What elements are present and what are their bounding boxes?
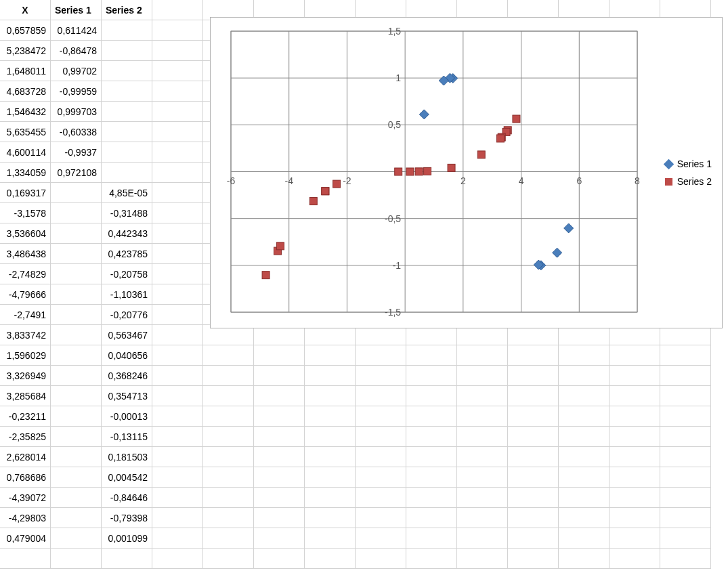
- table-cell[interactable]: [102, 142, 152, 163]
- table-cell[interactable]: 0,040656: [102, 345, 152, 366]
- table-cell[interactable]: [559, 447, 609, 467]
- table-cell[interactable]: -0,31488: [102, 203, 152, 223]
- table-cell[interactable]: [457, 427, 508, 447]
- table-cell[interactable]: [508, 427, 559, 447]
- table-cell[interactable]: [51, 467, 102, 488]
- table-cell[interactable]: -2,35825: [0, 427, 51, 447]
- table-cell[interactable]: 5,635455: [0, 122, 51, 142]
- table-cell[interactable]: 3,833742: [0, 325, 51, 345]
- table-cell[interactable]: [203, 447, 254, 467]
- table-cell[interactable]: 0,423785: [102, 244, 152, 264]
- table-cell[interactable]: 1,334059: [0, 163, 51, 183]
- table-cell[interactable]: [305, 549, 356, 569]
- table-cell[interactable]: [305, 467, 356, 488]
- table-cell[interactable]: [660, 427, 711, 447]
- table-cell[interactable]: [102, 61, 152, 81]
- table-cell[interactable]: [660, 549, 711, 569]
- table-cell[interactable]: 3,486438: [0, 244, 51, 264]
- table-cell[interactable]: [152, 61, 203, 81]
- table-cell[interactable]: [559, 366, 609, 386]
- table-cell[interactable]: [559, 549, 609, 569]
- table-cell[interactable]: -3,1578: [0, 203, 51, 223]
- table-cell[interactable]: 3,536604: [0, 223, 51, 244]
- col-header-x[interactable]: X: [0, 0, 51, 20]
- table-cell[interactable]: [609, 508, 660, 528]
- table-cell[interactable]: [457, 467, 508, 488]
- table-cell[interactable]: [406, 528, 457, 549]
- table-cell[interactable]: 1,546432: [0, 102, 51, 122]
- table-cell[interactable]: [609, 447, 660, 467]
- table-cell[interactable]: -0,84646: [102, 488, 152, 508]
- table-cell[interactable]: [152, 203, 203, 223]
- table-cell[interactable]: -0,86478: [51, 41, 102, 61]
- table-cell[interactable]: [559, 406, 609, 427]
- table-cell[interactable]: [203, 467, 254, 488]
- table-cell[interactable]: 0,972108: [51, 163, 102, 183]
- table-cell[interactable]: [356, 345, 406, 366]
- table-cell[interactable]: -0,20776: [102, 305, 152, 325]
- table-cell[interactable]: [51, 488, 102, 508]
- table-cell[interactable]: 3,326949: [0, 366, 51, 386]
- table-cell[interactable]: -4,39072: [0, 488, 51, 508]
- table-cell[interactable]: [152, 325, 203, 345]
- table-cell[interactable]: [559, 386, 609, 406]
- table-cell[interactable]: [559, 467, 609, 488]
- table-cell[interactable]: [406, 549, 457, 569]
- table-cell[interactable]: [51, 244, 102, 264]
- table-cell[interactable]: [559, 508, 609, 528]
- table-cell[interactable]: [660, 345, 711, 366]
- table-cell[interactable]: [559, 427, 609, 447]
- table-cell[interactable]: [0, 549, 51, 569]
- table-cell[interactable]: [356, 447, 406, 467]
- table-cell[interactable]: [152, 142, 203, 163]
- table-cell[interactable]: [51, 284, 102, 305]
- table-cell[interactable]: [51, 427, 102, 447]
- table-cell[interactable]: [508, 366, 559, 386]
- table-cell[interactable]: [51, 447, 102, 467]
- table-cell[interactable]: [203, 427, 254, 447]
- table-cell[interactable]: [457, 386, 508, 406]
- table-cell[interactable]: [51, 183, 102, 203]
- table-cell[interactable]: [305, 508, 356, 528]
- table-cell[interactable]: [660, 508, 711, 528]
- table-cell[interactable]: [457, 528, 508, 549]
- table-cell[interactable]: [609, 488, 660, 508]
- table-cell[interactable]: [609, 427, 660, 447]
- table-cell[interactable]: [356, 467, 406, 488]
- table-cell[interactable]: [254, 386, 305, 406]
- table-cell[interactable]: [152, 81, 203, 102]
- table-cell[interactable]: 0,611424: [51, 20, 102, 41]
- table-cell[interactable]: [457, 508, 508, 528]
- table-cell[interactable]: [356, 366, 406, 386]
- table-cell[interactable]: [152, 223, 203, 244]
- table-cell[interactable]: [152, 427, 203, 447]
- table-cell[interactable]: 0,354713: [102, 386, 152, 406]
- table-cell[interactable]: [305, 406, 356, 427]
- table-cell[interactable]: -2,7491: [0, 305, 51, 325]
- table-cell[interactable]: [457, 549, 508, 569]
- table-cell[interactable]: [356, 406, 406, 427]
- table-cell[interactable]: -0,23211: [0, 406, 51, 427]
- table-cell[interactable]: [152, 488, 203, 508]
- table-cell[interactable]: 0,368246: [102, 366, 152, 386]
- table-cell[interactable]: [51, 305, 102, 325]
- table-cell[interactable]: [406, 508, 457, 528]
- table-cell[interactable]: [203, 549, 254, 569]
- table-cell[interactable]: [51, 549, 102, 569]
- table-cell[interactable]: [660, 406, 711, 427]
- table-cell[interactable]: [152, 183, 203, 203]
- table-cell[interactable]: [559, 528, 609, 549]
- table-cell[interactable]: [356, 549, 406, 569]
- table-cell[interactable]: -4,29803: [0, 508, 51, 528]
- table-cell[interactable]: -0,60338: [51, 122, 102, 142]
- table-cell[interactable]: [51, 264, 102, 284]
- table-cell[interactable]: [254, 508, 305, 528]
- table-cell[interactable]: [203, 406, 254, 427]
- table-cell[interactable]: [609, 406, 660, 427]
- table-cell[interactable]: -0,20758: [102, 264, 152, 284]
- table-cell[interactable]: [457, 345, 508, 366]
- table-cell[interactable]: [152, 305, 203, 325]
- table-cell[interactable]: [356, 488, 406, 508]
- table-cell[interactable]: -0,79398: [102, 508, 152, 528]
- table-cell[interactable]: [508, 549, 559, 569]
